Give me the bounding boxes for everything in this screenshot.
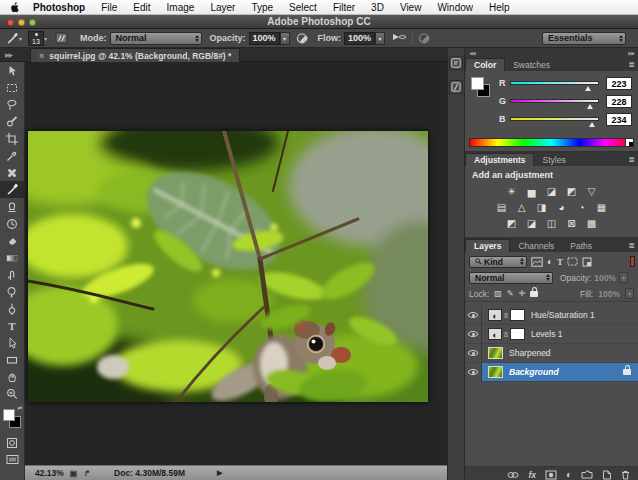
marquee-tool[interactable] bbox=[0, 79, 25, 96]
add-layer-mask-icon[interactable] bbox=[545, 470, 557, 480]
menu-layer[interactable]: Layer bbox=[202, 0, 243, 15]
spot-healing-brush-tool[interactable] bbox=[0, 164, 25, 181]
hue-saturation-icon[interactable]: ▤ bbox=[494, 202, 509, 213]
eye-icon[interactable] bbox=[468, 331, 478, 337]
eyedropper-tool[interactable] bbox=[0, 147, 25, 164]
visibility-cell[interactable] bbox=[465, 344, 482, 363]
photo-filter-icon[interactable]: ◕ bbox=[554, 202, 569, 213]
eye-icon[interactable] bbox=[468, 350, 478, 356]
opacity-input[interactable]: 100% bbox=[249, 32, 280, 45]
menu-view[interactable]: View bbox=[392, 0, 430, 15]
document-size-info[interactable]: Doc: 4.30M/8.59M bbox=[114, 468, 185, 478]
color-balance-icon[interactable]: △ bbox=[514, 202, 529, 213]
tab-adjustments[interactable]: Adjustments bbox=[465, 153, 534, 166]
layer-name[interactable]: Hue/Saturation 1 bbox=[531, 310, 595, 320]
filter-type-layers-icon[interactable]: T bbox=[557, 257, 563, 267]
shape-tool[interactable] bbox=[0, 351, 25, 368]
visibility-cell[interactable] bbox=[465, 363, 482, 382]
channel-mixer-icon[interactable]: ◔ bbox=[574, 202, 589, 213]
background-lock-icon[interactable] bbox=[623, 369, 631, 375]
menu-select[interactable]: Select bbox=[281, 0, 325, 15]
menu-window[interactable]: Window bbox=[429, 0, 481, 15]
tablet-pressure-size-icon[interactable] bbox=[418, 32, 432, 45]
blue-slider[interactable] bbox=[510, 117, 599, 121]
clone-stamp-tool[interactable] bbox=[0, 198, 25, 215]
layer-row-hue-saturation[interactable]: ◐ 8 Hue/Saturation 1 bbox=[465, 306, 638, 325]
blue-value-field[interactable]: 234 bbox=[606, 113, 632, 126]
quick-selection-tool[interactable] bbox=[0, 113, 25, 130]
curves-icon[interactable]: ◪ bbox=[544, 186, 559, 197]
menu-file[interactable]: File bbox=[93, 0, 125, 15]
mask-link-icon[interactable]: 8 bbox=[504, 331, 508, 338]
quick-mask-button[interactable] bbox=[0, 434, 25, 451]
exposure-icon[interactable]: ◩ bbox=[564, 186, 579, 197]
screen-mode-button[interactable] bbox=[0, 451, 25, 468]
gradient-tool[interactable] bbox=[0, 249, 25, 266]
swap-colors-icon[interactable]: ⇄ bbox=[17, 404, 22, 411]
eraser-tool[interactable] bbox=[0, 232, 25, 249]
toggle-brush-panel-icon[interactable] bbox=[55, 32, 68, 44]
menu-filter[interactable]: Filter bbox=[325, 0, 363, 15]
blue-slider-thumb[interactable] bbox=[589, 122, 595, 127]
move-tool[interactable] bbox=[0, 62, 25, 79]
close-document-icon[interactable]: × bbox=[39, 51, 44, 61]
layer-name[interactable]: Sharpened bbox=[509, 348, 551, 358]
toolbar-collapse-icon[interactable]: ▶▶ bbox=[5, 51, 12, 58]
tab-channels[interactable]: Channels bbox=[510, 240, 562, 252]
smudge-tool[interactable] bbox=[0, 266, 25, 283]
menu-photoshop[interactable]: Photoshop bbox=[25, 0, 93, 15]
color-panel-menu-icon[interactable]: ≣ bbox=[628, 60, 635, 69]
crop-tool[interactable] bbox=[0, 130, 25, 147]
layer-mask-thumbnail[interactable] bbox=[510, 309, 525, 321]
layer-mask-thumbnail[interactable] bbox=[510, 328, 525, 340]
eye-icon[interactable] bbox=[468, 369, 478, 375]
lock-pixels-icon[interactable]: ✎ bbox=[507, 289, 514, 298]
zoom-level-field[interactable]: 42.13% bbox=[35, 468, 64, 478]
adjustment-layer-thumbnail[interactable]: ◐ bbox=[488, 309, 502, 321]
document-tab[interactable]: × squirrel.jpg @ 42.1% (Background, RGB/… bbox=[30, 48, 240, 62]
flow-dropdown-button[interactable]: ▾ bbox=[375, 32, 385, 45]
spectrum-bw-chip[interactable] bbox=[625, 138, 634, 147]
zoom-window-button[interactable] bbox=[29, 19, 36, 26]
layer-filtering-toggle[interactable] bbox=[630, 256, 635, 267]
layer-image-thumbnail[interactable] bbox=[488, 347, 503, 359]
red-slider[interactable] bbox=[510, 81, 599, 85]
properties-panel-icon[interactable] bbox=[449, 80, 463, 94]
type-tool[interactable]: T bbox=[0, 317, 25, 334]
brightness-contrast-icon[interactable]: ☀ bbox=[504, 186, 519, 197]
invert-icon[interactable]: ◩ bbox=[504, 218, 519, 229]
dodge-tool[interactable] bbox=[0, 283, 25, 300]
workspace-switcher-button[interactable]: Essentials bbox=[542, 32, 626, 45]
green-slider-thumb[interactable] bbox=[587, 104, 593, 109]
threshold-icon[interactable]: ◫ bbox=[544, 218, 559, 229]
tab-paths[interactable]: Paths bbox=[562, 240, 600, 252]
lock-transparency-icon[interactable]: ▨ bbox=[494, 289, 502, 298]
selective-color-icon[interactable]: ⊠ bbox=[564, 218, 579, 229]
gradient-map-icon[interactable]: ▩ bbox=[584, 218, 599, 229]
flow-input[interactable]: 100% bbox=[344, 32, 375, 45]
menu-type[interactable]: Type bbox=[243, 0, 281, 15]
minimize-window-button[interactable] bbox=[18, 19, 25, 26]
lock-all-icon[interactable] bbox=[530, 291, 538, 297]
green-slider[interactable] bbox=[510, 99, 599, 103]
posterize-icon[interactable]: ◪ bbox=[524, 218, 539, 229]
filter-adjustment-layers-icon[interactable]: ◐ bbox=[547, 256, 553, 267]
tab-styles[interactable]: Styles bbox=[534, 154, 573, 166]
panel-foreground-swatch[interactable] bbox=[471, 77, 484, 90]
brush-tool-preset-icon[interactable] bbox=[6, 32, 19, 45]
close-window-button[interactable] bbox=[7, 19, 14, 26]
history-panel-icon[interactable] bbox=[449, 56, 463, 70]
tab-layers[interactable]: Layers bbox=[465, 239, 510, 252]
layer-row-sharpened[interactable]: Sharpened bbox=[465, 344, 638, 363]
black-white-icon[interactable]: ◨ bbox=[534, 202, 549, 213]
history-brush-tool[interactable] bbox=[0, 215, 25, 232]
levels-icon[interactable]: ▅ bbox=[524, 186, 539, 197]
filter-pixel-layers-icon[interactable] bbox=[531, 257, 543, 267]
new-adjustment-layer-icon[interactable]: ◐ bbox=[566, 469, 572, 480]
share-icon[interactable]: ↱ bbox=[83, 469, 90, 478]
pen-tool[interactable] bbox=[0, 300, 25, 317]
menu-edit[interactable]: Edit bbox=[125, 0, 158, 15]
layer-name[interactable]: Background bbox=[509, 367, 559, 377]
mask-link-icon[interactable]: 8 bbox=[504, 312, 508, 319]
foreground-color-swatch[interactable] bbox=[3, 409, 15, 421]
